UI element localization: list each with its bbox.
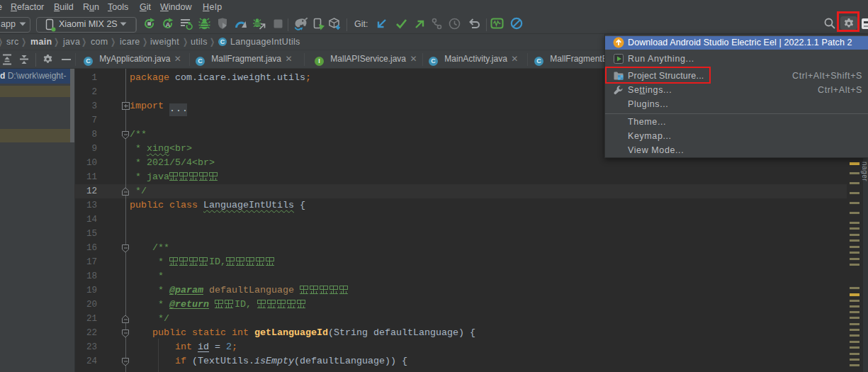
svg-text:A: A (166, 21, 171, 28)
